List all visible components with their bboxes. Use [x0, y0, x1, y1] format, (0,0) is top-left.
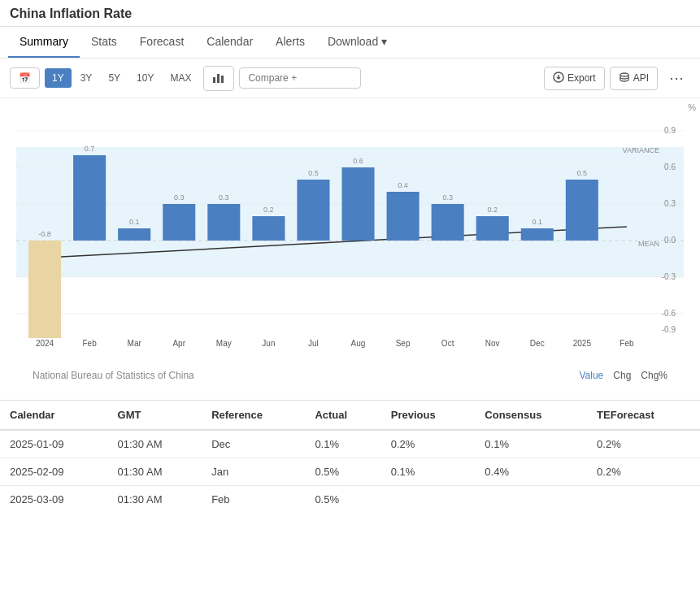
- svg-text:0.4: 0.4: [398, 181, 408, 189]
- cell-actual: 0.5%: [305, 486, 380, 514]
- svg-rect-0: [213, 77, 215, 83]
- svg-text:Feb: Feb: [620, 339, 634, 348]
- cell-actual: 0.1%: [305, 430, 380, 458]
- cell-consensus: 0.4%: [475, 458, 587, 486]
- svg-rect-40: [297, 180, 329, 241]
- compare-input[interactable]: [239, 67, 361, 89]
- chgpct-link[interactable]: Chg%: [641, 370, 667, 381]
- table-row: 2025-03-0901:30 AMFeb0.5%: [0, 486, 700, 514]
- chart-area: % 0.9 0.6 0.3 0.0 -0.3 -0.6 -0.9 VARIANC…: [0, 98, 700, 392]
- cell-actual: 0.5%: [305, 458, 380, 486]
- tab-alerts[interactable]: Alerts: [264, 27, 316, 58]
- svg-rect-37: [252, 216, 285, 241]
- col-consensus: Consensus: [475, 401, 587, 430]
- export-button[interactable]: Export: [544, 67, 605, 90]
- more-options-button[interactable]: ⋯: [663, 65, 690, 91]
- calendar-icon: 📅: [19, 72, 31, 84]
- cell-calendar: 2025-01-09: [0, 430, 108, 458]
- cell-previous: [381, 486, 476, 514]
- time-1y[interactable]: 1Y: [45, 68, 72, 88]
- svg-text:0.5: 0.5: [577, 169, 588, 177]
- svg-text:Dec: Dec: [530, 339, 545, 348]
- chart-container: 0.9 0.6 0.3 0.0 -0.3 -0.6 -0.9 VARIANCE …: [16, 106, 684, 367]
- time-3y[interactable]: 3Y: [73, 68, 100, 88]
- tab-stats[interactable]: Stats: [80, 27, 128, 58]
- svg-rect-34: [207, 204, 240, 241]
- cell-calendar: 2025-03-09: [0, 486, 108, 514]
- cell-previous: 0.2%: [381, 430, 476, 458]
- svg-rect-31: [163, 204, 195, 241]
- svg-text:0.1: 0.1: [129, 218, 140, 226]
- chart-footer-right: Value Chg Chg%: [579, 370, 667, 381]
- cell-previous: 0.1%: [381, 458, 476, 486]
- cell-reference: Dec: [202, 430, 305, 458]
- svg-point-4: [620, 73, 628, 76]
- page-title: China Inflation Rate: [0, 0, 700, 27]
- chart-type-button[interactable]: [203, 66, 234, 91]
- svg-rect-28: [118, 228, 150, 241]
- cell-teforecast: 0.2%: [587, 458, 700, 486]
- chart-footer: National Bureau of Statistics of China V…: [16, 367, 684, 388]
- tab-calendar[interactable]: Calendar: [195, 27, 264, 58]
- calendar-button[interactable]: 📅: [10, 67, 40, 89]
- svg-text:0.3: 0.3: [219, 193, 229, 202]
- svg-text:2025: 2025: [573, 339, 592, 348]
- chg-link[interactable]: Chg: [613, 370, 631, 381]
- toolbar: 📅 1Y 3Y 5Y 10Y MAX Export API ⋯: [0, 59, 700, 98]
- export-icon: [553, 72, 564, 85]
- svg-text:Jun: Jun: [262, 339, 275, 348]
- api-label: API: [633, 72, 649, 84]
- svg-text:-0.8: -0.8: [38, 230, 51, 238]
- value-link[interactable]: Value: [579, 370, 603, 381]
- svg-text:-0.6: -0.6: [662, 309, 676, 318]
- export-label: Export: [567, 72, 596, 84]
- tab-summary[interactable]: Summary: [8, 27, 80, 58]
- table-row: 2025-02-0901:30 AMJan0.5%0.1%0.4%0.2%: [0, 458, 700, 486]
- svg-text:0.3: 0.3: [442, 193, 453, 202]
- database-icon: [619, 72, 630, 85]
- svg-text:Mar: Mar: [128, 339, 142, 348]
- cell-teforecast: 0.2%: [587, 430, 700, 458]
- svg-text:0.9: 0.9: [664, 126, 676, 135]
- svg-text:2024: 2024: [36, 339, 54, 348]
- tab-download[interactable]: Download ▾: [316, 27, 398, 58]
- cell-gmt: 01:30 AM: [108, 486, 202, 514]
- cell-consensus: [475, 486, 587, 514]
- data-table: Calendar GMT Reference Actual Previous C…: [0, 401, 700, 513]
- col-actual: Actual: [305, 401, 380, 430]
- time-10y[interactable]: 10Y: [129, 68, 161, 88]
- svg-text:0.3: 0.3: [174, 193, 185, 202]
- chart-svg: 0.9 0.6 0.3 0.0 -0.3 -0.6 -0.9 VARIANCE …: [16, 106, 684, 350]
- svg-rect-49: [432, 204, 464, 241]
- cell-calendar: 2025-02-09: [0, 458, 108, 486]
- cell-consensus: 0.1%: [475, 430, 587, 458]
- api-button[interactable]: API: [610, 67, 658, 90]
- svg-text:Feb: Feb: [82, 339, 97, 348]
- svg-text:Sep: Sep: [396, 339, 411, 348]
- time-max[interactable]: MAX: [163, 68, 198, 88]
- table-header-row: Calendar GMT Reference Actual Previous C…: [0, 401, 700, 430]
- svg-text:-0.9: -0.9: [662, 325, 676, 334]
- svg-text:Nov: Nov: [485, 339, 500, 348]
- svg-text:0.5: 0.5: [308, 169, 319, 177]
- table-row: 2025-01-0901:30 AMDec0.1%0.2%0.1%0.2%: [0, 430, 700, 458]
- svg-text:0.6: 0.6: [353, 157, 363, 165]
- cell-reference: Jan: [202, 458, 305, 486]
- svg-text:MEAN: MEAN: [638, 240, 659, 248]
- svg-text:May: May: [216, 339, 232, 348]
- svg-text:Apr: Apr: [172, 339, 185, 348]
- time-5y[interactable]: 5Y: [101, 68, 128, 88]
- tab-forecast[interactable]: Forecast: [128, 27, 195, 58]
- svg-rect-52: [476, 216, 509, 241]
- svg-text:0.3: 0.3: [664, 199, 676, 208]
- svg-text:Oct: Oct: [441, 339, 454, 348]
- svg-text:0.7: 0.7: [85, 145, 95, 153]
- cell-teforecast: [587, 486, 700, 514]
- col-gmt: GMT: [108, 401, 202, 430]
- svg-rect-25: [73, 155, 106, 241]
- svg-text:0.2: 0.2: [487, 206, 498, 214]
- col-teforecast: TEForecast: [587, 401, 700, 430]
- svg-text:Aug: Aug: [351, 339, 366, 348]
- svg-rect-46: [387, 192, 420, 241]
- svg-rect-2: [221, 76, 224, 83]
